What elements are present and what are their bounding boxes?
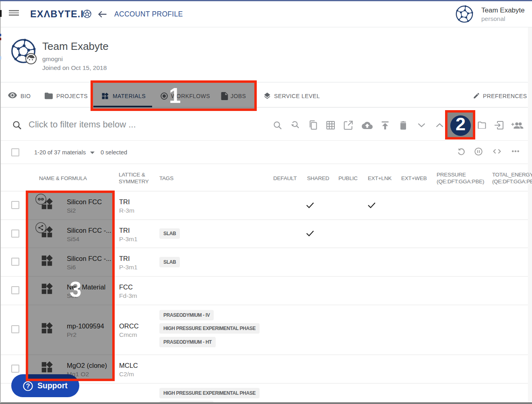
svg-text:?: ? [26, 382, 30, 390]
